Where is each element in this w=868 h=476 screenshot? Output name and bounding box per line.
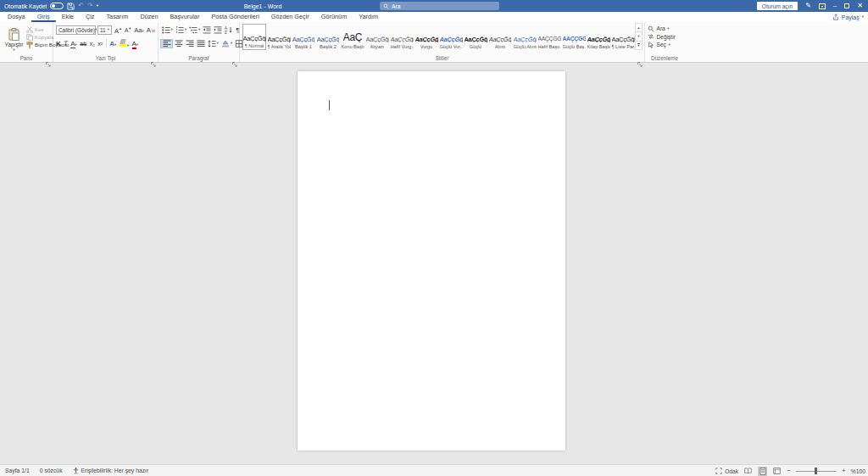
bullets-button[interactable]: ▾	[160, 25, 174, 35]
style-card[interactable]: AAÇÇĞĞH Hafif Başv...	[537, 24, 561, 50]
style-card[interactable]: AaÇçĞğ Başlık 2	[316, 24, 340, 50]
style-card[interactable]: AaÇçĞğH Güçlü	[464, 24, 487, 50]
style-card[interactable]: AaÇçĞğH Kitap Başlığı	[587, 24, 610, 50]
highlight-button[interactable]: ▾	[120, 39, 129, 48]
save-button[interactable]	[67, 3, 75, 10]
bold-button[interactable]: K	[56, 40, 61, 48]
style-card[interactable]: AaÇçĞğH ¶ Normal	[242, 24, 266, 50]
ribbon-tab[interactable]: Ekle	[56, 12, 80, 22]
word-count[interactable]: 0 sözcük	[40, 468, 63, 473]
style-card[interactable]: AaÇçĞğ Alıntı	[488, 24, 512, 50]
autosave-toggle[interactable]	[50, 3, 64, 9]
zoom-slider-thumb[interactable]	[815, 468, 817, 474]
change-case-button[interactable]: Aa▾	[134, 26, 143, 34]
ribbon-tab[interactable]: Gözden Geçir	[265, 12, 315, 22]
increase-indent-button[interactable]	[213, 25, 224, 35]
ribbon-tab[interactable]: Düzen	[134, 12, 164, 22]
ribbon-tab[interactable]: Başvurular	[164, 12, 205, 22]
focus-button[interactable]: Odak	[715, 468, 738, 474]
font-name-combo[interactable]: Calibri (Gövde) ▾	[56, 25, 96, 35]
clear-formatting-button[interactable]: A	[147, 26, 155, 34]
ribbon-display-options-button[interactable]	[819, 3, 826, 9]
format-painter-button[interactable]: Biçim Boyacısı	[26, 41, 53, 48]
search-icon	[383, 3, 389, 9]
paste-button[interactable]: Yapıştır ▾	[3, 25, 25, 56]
zoom-level[interactable]: %100	[851, 468, 865, 474]
close-button[interactable]: ✕	[857, 0, 863, 12]
style-card[interactable]: AaÇçĞğH ¶ Liste Par...	[611, 24, 635, 50]
multilevel-list-button[interactable]: ▾	[188, 25, 202, 35]
print-layout-button[interactable]	[758, 467, 767, 476]
ribbon-tab[interactable]: Dosya	[2, 12, 31, 22]
line-spacing-button[interactable]: ▾	[206, 39, 220, 48]
cut-button[interactable]: Kes	[26, 25, 53, 33]
style-name: Başlık 2	[320, 44, 337, 49]
style-card[interactable]: AaÇçĞğı Altyazı	[365, 24, 389, 50]
accessibility-status[interactable]: Erişilebilirlik: Her şey hazır	[73, 468, 149, 474]
zoom-in-button[interactable]: +	[842, 467, 846, 475]
styles-dialog-launcher[interactable]	[637, 55, 643, 60]
style-card[interactable]: AaÇçĞğH ¶ Aralık Yok	[267, 24, 291, 50]
subscript-button[interactable]: x₂	[90, 41, 95, 47]
align-right-button[interactable]	[184, 39, 195, 48]
font-dialog-launcher[interactable]	[151, 55, 156, 60]
strikethrough-button[interactable]: ab	[80, 41, 86, 47]
style-card[interactable]: AaÇçĞğH Güçlü Alıntı	[513, 24, 537, 50]
font-size-combo[interactable]: 11 ▾	[97, 25, 112, 35]
ribbon-tab[interactable]: Yardım	[353, 12, 384, 22]
style-card[interactable]: AaÇçĞğH Vurgu	[415, 24, 438, 50]
document-page[interactable]	[298, 71, 565, 451]
select-button[interactable]: Seç ▾	[648, 41, 676, 49]
decrease-indent-button[interactable]	[202, 25, 213, 35]
web-layout-button[interactable]	[772, 467, 782, 476]
chevron-down-icon: ▾	[95, 28, 97, 32]
font-color-button[interactable]: A▾	[132, 40, 139, 48]
minimize-button[interactable]: –	[833, 0, 837, 12]
style-sample: AaÇçĞğ	[292, 36, 315, 43]
numbering-button[interactable]: ▾	[174, 25, 187, 35]
style-name: Hafif Vurg...	[391, 44, 414, 49]
shading-button[interactable]: ▾	[220, 39, 233, 48]
align-center-button[interactable]	[173, 39, 184, 48]
replace-button[interactable]: Değiştir	[648, 33, 676, 42]
style-card[interactable]: AaÇçĞğH Güçlü Vur...	[439, 24, 463, 50]
ribbon-tab[interactable]: Görünüm	[315, 12, 353, 22]
justify-button[interactable]	[195, 39, 206, 48]
paragraph-dialog-launcher[interactable]	[232, 55, 237, 60]
shrink-font-button[interactable]: A▼	[125, 26, 131, 33]
sort-button[interactable]: AZ	[224, 25, 235, 35]
zoom-out-icon: −	[787, 467, 791, 474]
restore-button[interactable]	[844, 3, 849, 8]
ribbon-tab[interactable]: Posta Gönderileri	[205, 12, 264, 22]
align-left-button[interactable]	[160, 39, 173, 48]
document-area	[0, 63, 868, 464]
ribbon-tab[interactable]: Giriş	[31, 12, 56, 22]
share-button[interactable]: Paylaş ▾	[832, 12, 864, 22]
read-mode-button[interactable]	[743, 467, 753, 476]
style-card[interactable]: AAÇÇĞĞH Güçlü Baş...	[562, 24, 586, 50]
grow-font-button[interactable]: A▲	[114, 26, 122, 35]
zoom-slider[interactable]	[796, 467, 837, 475]
sign-in-button[interactable]: Oturum açın	[757, 2, 798, 10]
feedback-button[interactable]: ✎	[805, 0, 811, 12]
search-box[interactable]: Ara	[380, 2, 499, 10]
ribbon-tab[interactable]: Tasarım	[100, 12, 134, 22]
pilcrow-icon: ¶	[236, 26, 239, 34]
find-button[interactable]: Ara ▾	[648, 25, 676, 33]
style-card[interactable]: AaÇçĞğ Başlık 1	[292, 24, 315, 50]
redo-button[interactable]: ↷	[87, 3, 93, 9]
text-effects-button[interactable]: A▾	[109, 40, 116, 48]
zoom-out-button[interactable]: −	[787, 467, 791, 475]
superscript-button[interactable]: x²	[97, 41, 103, 47]
styles-more-button[interactable]: ▼	[635, 41, 643, 50]
style-card[interactable]: AaÇçĞğH Hafif Vurg...	[390, 24, 414, 50]
underline-button[interactable]: A▾	[70, 40, 77, 48]
copy-button[interactable]: Kopyala	[26, 33, 53, 41]
italic-button[interactable]: T	[64, 40, 67, 48]
undo-button[interactable]: ↶	[78, 3, 84, 9]
customize-qat-button[interactable]: ▾	[97, 4, 98, 8]
page-indicator[interactable]: Sayfa 1/1	[5, 468, 30, 473]
ribbon-tab[interactable]: Çiz	[80, 12, 101, 22]
style-card[interactable]: AaÇ Konu Başlı...	[341, 24, 364, 50]
clipboard-dialog-launcher[interactable]	[46, 55, 51, 60]
